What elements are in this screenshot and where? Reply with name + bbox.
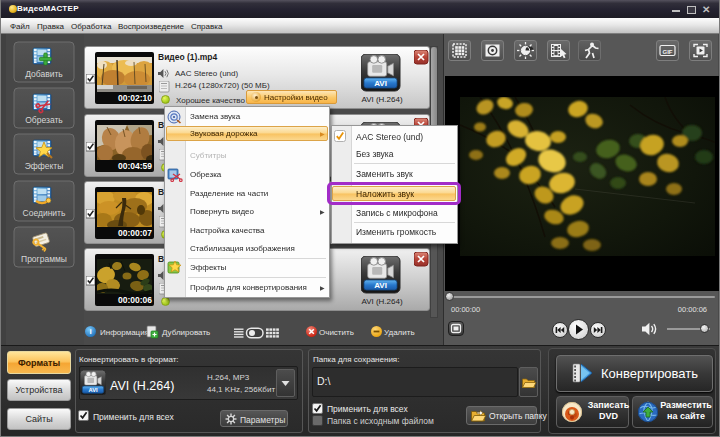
svg-text:GIF: GIF — [663, 49, 673, 55]
svg-text:AVI: AVI — [88, 387, 98, 393]
svg-text:Эффекты: Эффекты — [25, 161, 64, 171]
svg-text:Обрезать: Обрезать — [25, 115, 63, 125]
svg-text:Соединить: Соединить — [23, 208, 66, 218]
svg-text:Программы: Программы — [21, 254, 67, 264]
svg-text:Добавить: Добавить — [25, 69, 63, 79]
